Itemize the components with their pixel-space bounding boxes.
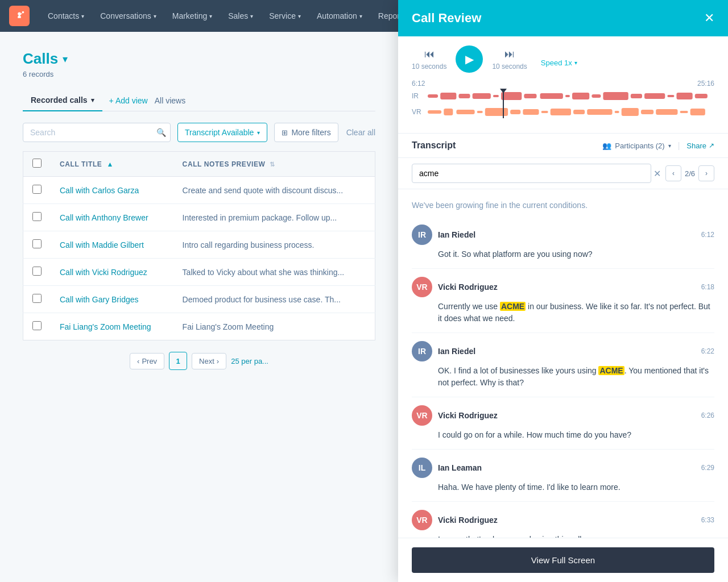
nav-marketing[interactable]: Marketing ▾: [166, 7, 219, 25]
call-title-link[interactable]: Fai Liang's Zoom Meeting: [60, 322, 151, 331]
nav-automation[interactable]: Automation ▾: [310, 7, 369, 25]
search-input[interactable]: [23, 123, 171, 142]
msg-header-4: VR Vicki Rodriguez 6:26: [412, 405, 714, 426]
svg-rect-29: [573, 110, 585, 114]
table-row: Call with Vicki Rodriguez Talked to Vick…: [23, 259, 375, 286]
tab-dropdown-icon[interactable]: ▾: [91, 97, 94, 104]
call-title-link[interactable]: Call with Carlos Garza: [60, 186, 139, 195]
svg-rect-30: [587, 109, 612, 115]
highlight-acme-2: ACME: [598, 366, 624, 375]
panel-footer: View Full Screen: [398, 538, 728, 582]
row-checkbox-cell: [23, 231, 51, 259]
transcript-section: Transcript 👥 Participants (2) ▾ | Share …: [398, 134, 728, 538]
play-button[interactable]: ▶: [456, 45, 483, 73]
page-title: Calls: [23, 50, 58, 68]
row-checkbox[interactable]: [32, 294, 42, 303]
clear-all-button[interactable]: Clear all: [346, 128, 375, 137]
sender-4: Vicki Rodriguez: [438, 411, 498, 420]
call-notes-cell: Create and send quote with discount disc…: [173, 177, 375, 204]
search-icon[interactable]: 🔍: [156, 128, 166, 137]
msg-header-3: IR Ian Riedel 6:22: [412, 341, 714, 361]
view-fullscreen-button[interactable]: View Full Screen: [412, 547, 714, 573]
row-checkbox-cell: [23, 313, 51, 340]
share-button[interactable]: Share ↗: [686, 142, 714, 150]
chevron-down-icon: ▾: [209, 13, 212, 19]
row-checkbox[interactable]: [32, 267, 42, 276]
svg-rect-6: [473, 93, 491, 99]
view-tabs: Recorded calls ▾ + Add view All views: [23, 90, 375, 111]
call-title-link[interactable]: Call with Maddie Gilbert: [60, 240, 144, 250]
msg-text-1: Got it. So what platform are you using n…: [412, 248, 714, 260]
row-checkbox[interactable]: [32, 185, 42, 194]
time-3: 6:22: [701, 347, 714, 355]
nav-contacts[interactable]: Contacts ▾: [41, 7, 91, 25]
close-panel-button[interactable]: ✕: [704, 12, 714, 24]
rewind-button[interactable]: ⏮: [424, 48, 435, 60]
search-result-count: 2/6: [685, 169, 695, 178]
svg-rect-13: [592, 94, 601, 98]
next-result-button[interactable]: ›: [698, 165, 714, 181]
call-title-link[interactable]: Call with Gary Bridges: [60, 295, 139, 304]
message-4: VR Vicki Rodriguez 6:26 I could go on fo…: [412, 397, 714, 450]
sender-5: Ian Leaman: [438, 463, 482, 472]
add-view-button[interactable]: + Add view: [109, 96, 148, 105]
prev-result-button[interactable]: ‹: [665, 165, 681, 181]
forward-seconds-label: 10 seconds: [492, 63, 527, 70]
msg-text-6: I guess that's why we are having this ca…: [412, 534, 714, 538]
table-row: Call with Maddie Gilbert Intro call rega…: [23, 231, 375, 259]
table-row: Fai Liang's Zoom Meeting Fai Liang's Zoo…: [23, 313, 375, 340]
transcript-filter-button[interactable]: Transcript Available ▾: [177, 123, 267, 142]
title-dropdown-icon[interactable]: ▾: [63, 53, 68, 65]
call-notes-cell: Intro call regarding business process.: [173, 231, 375, 259]
svg-rect-18: [676, 93, 692, 99]
nav-conversations[interactable]: Conversations ▾: [93, 7, 163, 25]
sender-3: Ian Riedel: [438, 347, 475, 356]
chevron-down-icon: ▾: [250, 13, 253, 19]
per-page-selector[interactable]: 25 per pa...: [231, 357, 268, 365]
svg-rect-12: [572, 93, 589, 99]
select-all-checkbox[interactable]: [32, 159, 42, 168]
nav-sales[interactable]: Sales ▾: [221, 7, 260, 25]
hubspot-logo[interactable]: [9, 6, 30, 26]
call-title-link[interactable]: Call with Vicki Rodriguez: [60, 268, 147, 277]
row-checkbox-cell: [23, 204, 51, 231]
svg-rect-27: [541, 111, 548, 113]
vr-waveform[interactable]: [428, 106, 714, 118]
transcript-search-input[interactable]: [412, 164, 651, 183]
message-1: IR Ian Riedel 6:12 Got it. So what platf…: [412, 217, 714, 269]
tab-recorded-calls[interactable]: Recorded calls ▾: [23, 90, 102, 111]
time-5: 6:29: [701, 464, 714, 472]
row-checkbox[interactable]: [32, 321, 42, 330]
audio-player: ⏮ 10 seconds ▶ ⏭ 10 seconds Speed 1x ▾ 6…: [398, 36, 728, 134]
ir-waveform[interactable]: [428, 90, 714, 102]
more-filters-button[interactable]: ⊞ More filters: [274, 123, 338, 142]
next-page-button[interactable]: Next ›: [192, 353, 226, 369]
call-title-cell: Call with Carlos Garza: [51, 177, 173, 204]
nav-service[interactable]: Service ▾: [262, 7, 308, 25]
msg-text-5: Haha. We have plenty of time. I'd like t…: [412, 481, 714, 493]
svg-rect-5: [458, 94, 470, 98]
chevron-down-icon: ▾: [257, 130, 260, 136]
panel-title: Call Review: [412, 11, 481, 26]
participants-button[interactable]: 👥 Participants (2) ▾: [602, 142, 671, 150]
clear-search-button[interactable]: ✕: [653, 168, 661, 179]
svg-rect-11: [565, 95, 570, 97]
row-checkbox[interactable]: [32, 239, 42, 248]
fast-forward-button[interactable]: ⏭: [504, 48, 515, 60]
svg-rect-26: [523, 109, 539, 115]
transcript-title: Transcript: [412, 140, 456, 151]
search-nav: ‹ 2/6 ›: [665, 165, 714, 181]
current-page[interactable]: 1: [169, 352, 187, 370]
forward-control: ⏭ 10 seconds: [492, 48, 527, 70]
msg-header-1: IR Ian Riedel 6:12: [412, 225, 714, 245]
waveform-area: 6:12 25:16 IR: [412, 80, 714, 126]
all-views-button[interactable]: All views: [155, 96, 185, 105]
player-controls: ⏮ 10 seconds ▶ ⏭ 10 seconds: [412, 45, 527, 73]
row-checkbox[interactable]: [32, 212, 42, 221]
speed-control[interactable]: Speed 1x ▾: [541, 59, 577, 67]
call-title-link[interactable]: Call with Anthony Brewer: [60, 213, 148, 222]
page-title-row: Calls ▾: [23, 50, 375, 68]
message-2: VR Vicki Rodriguez 6:18 Currently we use…: [412, 269, 714, 333]
call-title-header[interactable]: CALL TITLE ▲: [51, 152, 173, 177]
prev-page-button[interactable]: ‹ Prev: [130, 353, 164, 369]
